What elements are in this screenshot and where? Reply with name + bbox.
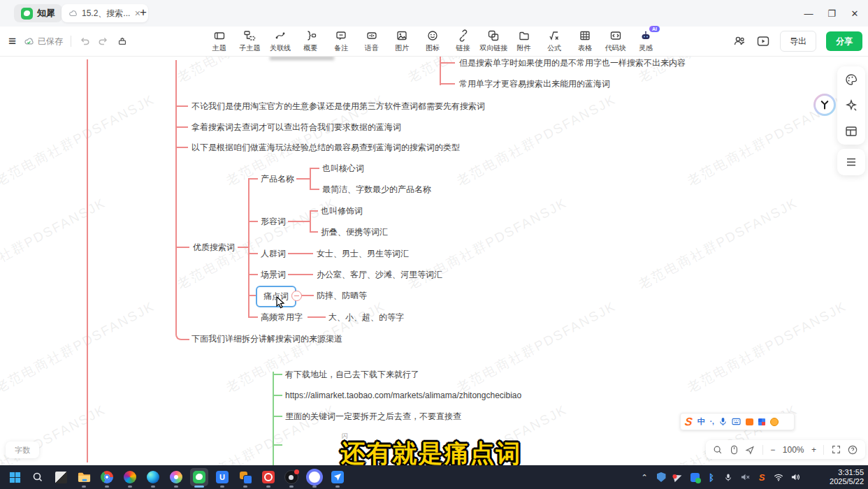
tool-table[interactable]: 表格 xyxy=(570,27,600,56)
redo-icon[interactable] xyxy=(98,36,109,47)
collapse-toggle-icon[interactable] xyxy=(291,291,302,301)
tool-voice[interactable]: 语音 xyxy=(356,27,387,56)
taskbar-app-obs-recording[interactable] xyxy=(282,468,301,486)
map-node[interactable]: 常用单字才更容易搜索出来能用的蓝海词 xyxy=(459,78,610,90)
help-icon[interactable] xyxy=(848,445,858,455)
tool-formula[interactable]: 公式 xyxy=(540,27,570,56)
magic-wand-icon[interactable] xyxy=(844,98,858,112)
tool-image[interactable]: 图片 xyxy=(387,27,418,56)
map-node[interactable]: 有下载地址，自己去下载下来就行了 xyxy=(285,369,419,381)
input-mode-chinese[interactable]: 中 xyxy=(697,416,705,427)
map-node[interactable]: https://alimarket.taobao.com/markets/ali… xyxy=(285,391,521,400)
map-node[interactable]: 女士、男士、男生等词汇 xyxy=(317,248,409,260)
fullscreen-icon[interactable] xyxy=(832,445,841,454)
layout-icon[interactable] xyxy=(844,124,858,138)
tool-theme[interactable]: 主题 xyxy=(204,27,235,56)
punctuation-icon[interactable]: ·, xyxy=(710,418,714,425)
map-node[interactable]: 最简洁、字数最少的产品名称 xyxy=(322,184,431,196)
tray-bluetooth-icon[interactable]: ᛒ xyxy=(703,472,720,483)
taskbar-file-explorer[interactable] xyxy=(75,468,93,486)
taskbar-clock[interactable]: 3:31:55 2025/5/22 xyxy=(830,468,864,486)
tray-expand-icon[interactable]: ⌃ xyxy=(636,473,653,482)
map-node[interactable]: 办公室、客厅、沙滩、河里等词汇 xyxy=(317,269,442,281)
tool-inspiration[interactable]: AI 灵感 xyxy=(630,27,661,56)
zoom-out-button[interactable]: − xyxy=(770,445,775,455)
map-node[interactable]: 但是搜索单字时如果使用的是不常用字也一样搜索不出来内容 xyxy=(459,57,686,69)
mouse-mode-icon[interactable] xyxy=(730,445,738,455)
tray-sync-icon[interactable] xyxy=(686,473,703,482)
map-node[interactable]: 优质搜索词 xyxy=(193,242,235,254)
map-node[interactable]: 里面的关键词一定要拆开之后去查，不要直接查 xyxy=(285,411,461,423)
emoji-icon[interactable] xyxy=(770,418,779,426)
tool-link[interactable]: 链接 xyxy=(448,27,479,56)
tool-code-block[interactable]: 代码块 xyxy=(600,27,631,56)
map-node[interactable]: 也叫修饰词 xyxy=(321,205,363,217)
tool-relation-line[interactable]: 关联线 xyxy=(265,27,296,56)
taskbar-app-u[interactable]: U xyxy=(213,468,231,486)
video-demo-icon[interactable] xyxy=(756,34,770,48)
start-button[interactable] xyxy=(6,468,24,486)
tray-speaker-icon[interactable] xyxy=(787,473,804,481)
map-node[interactable]: 以下是根据咱们做蓝海玩法经验总结的最容易查到蓝海词的搜索词的类型 xyxy=(191,142,460,154)
map-node[interactable]: 拿着搜索词去查词才可以查出符合我们要求数据的蓝海词 xyxy=(191,122,401,133)
share-button[interactable]: 分享 xyxy=(826,31,862,51)
map-node[interactable]: 产品名称 xyxy=(261,173,294,185)
input-method-bar[interactable]: S 中 ·, xyxy=(680,413,795,430)
map-node[interactable]: 折叠、便携等词汇 xyxy=(321,226,388,238)
toolbox-icon[interactable] xyxy=(758,418,765,425)
undo-icon[interactable] xyxy=(79,36,90,47)
taskbar-app-zhixi-active[interactable] xyxy=(190,468,208,486)
taskbar-app-squares[interactable] xyxy=(236,468,254,486)
tool-note[interactable]: 备注 xyxy=(326,27,356,56)
export-button[interactable]: 导出 xyxy=(780,31,816,52)
tray-shield-icon[interactable] xyxy=(653,472,670,482)
map-node[interactable]: 下面我们详细拆分讲解搜索词的来源渠道 xyxy=(191,333,342,345)
tool-icon-sticker[interactable]: 图标 xyxy=(417,27,448,56)
tool-bidirectional-link[interactable]: 双向链接 xyxy=(478,27,509,56)
skin-icon[interactable] xyxy=(746,418,753,425)
map-node[interactable]: 场景词 xyxy=(261,269,286,281)
word-count-pill[interactable]: 字数 xyxy=(6,441,39,458)
tool-attachment[interactable]: 附件 xyxy=(509,27,540,56)
map-node[interactable]: 高频常用字 xyxy=(261,312,303,323)
clock-time: 3:31:55 xyxy=(830,468,864,477)
taskbar-app-chrome[interactable] xyxy=(98,468,116,486)
document-tab[interactable]: 15.2、搜索... ✕ xyxy=(62,4,148,22)
close-button[interactable]: ✕ xyxy=(841,0,868,27)
taskbar-app-red[interactable] xyxy=(259,468,277,486)
outline-list-icon[interactable] xyxy=(844,155,858,169)
assistant-float-button[interactable] xyxy=(813,94,836,116)
taskbar-app-browser[interactable] xyxy=(121,468,139,486)
zoom-in-button[interactable]: + xyxy=(811,445,816,455)
tray-sogou-icon[interactable]: S xyxy=(753,472,770,483)
tool-subtopic[interactable]: 子主题 xyxy=(235,27,266,56)
mic-icon[interactable] xyxy=(719,417,727,426)
tray-mic-icon[interactable] xyxy=(720,473,737,482)
tool-summary[interactable]: 概要 xyxy=(296,27,326,56)
app-button[interactable]: 知犀 xyxy=(14,4,62,22)
map-node[interactable]: 不论我们是使用淘宝官方的生意参谋还是使用第三方软件查词都需要先有搜索词 xyxy=(191,101,485,112)
keyboard-icon[interactable] xyxy=(732,418,741,425)
taskbar-app-capture[interactable] xyxy=(52,468,70,486)
map-node[interactable]: 防摔、防晒等 xyxy=(317,290,367,302)
taskbar-app-plane[interactable] xyxy=(328,468,347,486)
palette-icon[interactable] xyxy=(844,73,858,87)
map-node[interactable]: 大、小、超、的等字 xyxy=(328,312,404,323)
menu-icon[interactable]: ≡ xyxy=(8,34,16,49)
map-node[interactable]: 也叫核心词 xyxy=(322,163,364,175)
tray-volume-mixer-icon[interactable] xyxy=(737,473,753,481)
taskbar-app-ring[interactable] xyxy=(305,468,324,486)
search-icon[interactable] xyxy=(713,445,723,455)
taskbar-search-icon[interactable] xyxy=(29,468,47,486)
mindmap-canvas[interactable]: 老范电商社群PDSFANSJK老范电商社群PDSFANSJK老范电商社群PDSF… xyxy=(0,56,868,465)
taskbar-app-edge[interactable] xyxy=(144,468,162,486)
map-node[interactable]: 形容词 xyxy=(261,216,286,228)
collaborators-icon[interactable] xyxy=(732,34,746,48)
locate-icon[interactable] xyxy=(745,445,755,455)
map-node[interactable]: 人群词 xyxy=(261,248,286,260)
tray-wifi-icon[interactable] xyxy=(770,474,787,481)
taskbar-app-media[interactable] xyxy=(167,468,185,486)
format-brush-icon[interactable] xyxy=(117,36,128,47)
tray-telegram-icon[interactable] xyxy=(670,474,686,481)
new-tab-button[interactable]: + xyxy=(140,6,147,20)
